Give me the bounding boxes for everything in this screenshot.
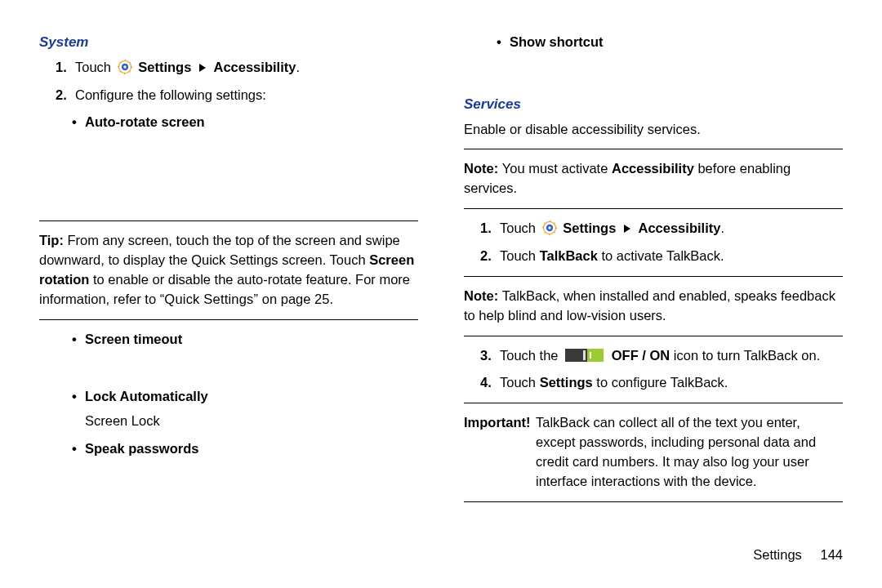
services-intro: Enable or disable accessibility services… <box>464 120 843 140</box>
divider <box>39 220 418 221</box>
important-lead: Important! <box>464 413 536 492</box>
note-body: TalkBack, when installed and enabled, sp… <box>464 288 835 323</box>
list-number: 1. <box>56 58 75 81</box>
list-number: 4. <box>480 373 500 393</box>
screen-lock-text: Screen Lock <box>85 412 418 431</box>
left-column: System 1. Touch <box>39 33 418 564</box>
bullet-screen-timeout: • Screen timeout <box>72 330 418 350</box>
off-on-label: OFF / ON <box>612 348 670 363</box>
list-number: 2. <box>480 247 500 266</box>
toggle-off-on-icon <box>565 348 604 368</box>
text: to configure TalkBack. <box>593 375 728 390</box>
text: to activate TalkBack. <box>598 248 724 263</box>
note-bold: Accessibility <box>612 161 694 176</box>
services-steps-continued: 3. Touch the OFF / ON icon to turn TalkB… <box>464 346 843 393</box>
services-step-2: 2. Touch TalkBack to activate TalkBack. <box>480 247 843 266</box>
system-step-1: 1. Touch Settings <box>56 58 418 81</box>
services-step-1: 1. Touch Settings <box>480 219 843 242</box>
note-text-a: You must activate <box>502 161 612 176</box>
bullet-label: Lock Automatically <box>85 387 208 407</box>
period: . <box>720 220 724 235</box>
divider <box>464 208 843 209</box>
tip-text-1: From any screen, touch the top of the sc… <box>39 233 400 267</box>
services-step-4: 4. Touch Settings to configure TalkBack. <box>480 373 843 393</box>
svg-rect-8 <box>583 350 586 360</box>
tip-text-3: on page 25. <box>258 292 333 306</box>
bullet-icon: • <box>72 439 85 459</box>
divider <box>39 319 418 320</box>
divider <box>464 276 843 277</box>
text: Touch <box>500 248 540 263</box>
settings-label: Settings <box>563 220 616 235</box>
svg-rect-9 <box>590 352 591 359</box>
settings-label: Settings <box>540 375 593 390</box>
spacer <box>464 57 843 95</box>
footer-section: Settings <box>753 547 802 562</box>
settings-gear-icon <box>541 220 558 242</box>
svg-point-2 <box>123 65 126 68</box>
page-footer: Settings 144 <box>753 546 843 565</box>
right-column: • Show shortcut Services Enable or disab… <box>464 33 843 564</box>
list-number: 3. <box>480 346 500 368</box>
divider <box>464 501 843 502</box>
heading-system: System <box>39 33 418 53</box>
list-content: Touch Settings to configure TalkBack. <box>500 373 843 393</box>
bullet-label: Auto-rotate screen <box>85 113 205 132</box>
important-body: TalkBack can collect all of the text you… <box>536 413 843 492</box>
settings-gear-icon <box>117 59 133 81</box>
bullet-lock-automatically: • Lock Automatically <box>72 387 418 407</box>
bullet-icon: • <box>72 330 85 350</box>
manual-page: System 1. Touch <box>0 0 882 588</box>
footer-page-number: 144 <box>820 547 843 562</box>
right-top-bullets: • Show shortcut <box>464 33 843 52</box>
list-content: Touch Settings <box>500 219 843 242</box>
list-number: 1. <box>480 219 500 242</box>
list-number: 2. <box>56 86 75 105</box>
accessibility-label: Accessibility <box>214 60 296 74</box>
bullet-speak-passwords: • Speak passwords <box>72 439 418 459</box>
arrow-right-icon <box>623 224 631 232</box>
text: icon to turn TalkBack on. <box>670 348 820 363</box>
period: . <box>296 60 300 74</box>
services-steps: 1. Touch Settings <box>464 219 843 266</box>
arrow-right-icon <box>198 63 207 71</box>
divider <box>464 336 843 336</box>
tip-block: Tip: From any screen, touch the top of t… <box>39 231 418 310</box>
list-content: Configure the following settings: <box>75 86 418 105</box>
text: Touch <box>500 220 540 235</box>
bullet-label: Screen timeout <box>85 330 182 350</box>
note-activate-accessibility: Note: You must activate Accessibility be… <box>464 159 843 198</box>
spacer <box>56 354 418 379</box>
system-steps: 1. Touch Settings <box>39 58 418 133</box>
accessibility-label: Accessibility <box>639 220 721 235</box>
spacer <box>39 137 418 211</box>
heading-services: Services <box>464 95 843 115</box>
quick-settings-link: “Quick Settings” <box>160 292 259 306</box>
divider <box>464 403 843 403</box>
svg-point-5 <box>548 227 550 229</box>
divider <box>464 149 843 149</box>
bullet-label: Show shortcut <box>510 33 604 52</box>
list-content: Touch TalkBack to activate TalkBack. <box>500 247 843 266</box>
tip-lead: Tip: <box>39 233 68 247</box>
bullet-auto-rotate: • Auto-rotate screen <box>72 113 418 132</box>
list-content: Touch Settings <box>75 58 418 81</box>
settings-label: Settings <box>138 60 191 74</box>
text: Touch <box>500 375 540 390</box>
services-step-3: 3. Touch the OFF / ON icon to turn TalkB… <box>480 346 843 368</box>
bullet-icon: • <box>497 33 510 52</box>
system-bullets-continued: • Screen timeout • Lock Automatically Sc… <box>39 330 418 459</box>
note-lead: Note: <box>464 161 502 176</box>
bullet-label: Speak passwords <box>85 439 198 459</box>
talkback-label: TalkBack <box>540 248 598 263</box>
text: Touch the <box>500 348 562 363</box>
bullet-icon: • <box>72 387 85 407</box>
text: Touch <box>75 60 115 74</box>
note-lead: Note: <box>464 288 502 303</box>
note-talkback-description: Note: TalkBack, when installed and enabl… <box>464 287 843 326</box>
bullet-icon: • <box>72 113 85 132</box>
important-block: Important! TalkBack can collect all of t… <box>464 413 843 492</box>
bullet-show-shortcut: • Show shortcut <box>497 33 843 52</box>
system-step-2: 2. Configure the following settings: <box>56 86 418 105</box>
list-content: Touch the OFF / ON icon to turn TalkBack… <box>500 346 843 368</box>
